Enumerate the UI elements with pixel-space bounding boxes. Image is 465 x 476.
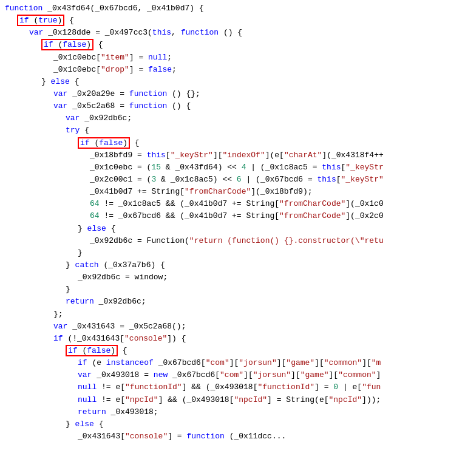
line-text: _0x1c0ebc["item"] = null; xyxy=(53,52,172,64)
code-line-1: function _0x43fd64(_0x67bcd6, _0x41b0d7)… xyxy=(0,2,465,15)
line-text: if (true) { xyxy=(17,15,74,27)
code-line-24: } xyxy=(0,284,465,296)
line-text: var _0x5c2a68 = function () { xyxy=(53,100,191,112)
line-text: } else { xyxy=(78,223,115,235)
code-line-11: try { xyxy=(0,124,465,137)
line-text: 64 != _0x1c8ac5 && (_0x41b0d7 += String[… xyxy=(90,198,384,210)
line-text: 64 != _0x67bcd6 && (_0x41b0d7 += String[… xyxy=(90,210,384,222)
line-text: var _0x20a29e = function () {}; xyxy=(53,88,200,100)
line-text: _0x1c0ebc["drop"] = false; xyxy=(53,64,177,76)
code-line-8: var _0x20a29e = function () {}; xyxy=(0,88,465,100)
code-line-35: } else { xyxy=(0,418,465,430)
code-line-23: _0x92db6c = window; xyxy=(0,271,465,284)
line-text: _0x2c00c1 = (3 & _0x1c8ac5) << 6 | (_0x6… xyxy=(90,174,384,186)
code-line-20: _0x92db6c = Function("return (function()… xyxy=(0,235,465,247)
line-text: } else { xyxy=(41,76,79,88)
line-text: _0x92db6c = window; xyxy=(78,271,168,284)
line-text: null != e["npcId"] && (_0x493018["npcId"… xyxy=(78,394,381,406)
code-line-17: 64 != _0x1c8ac5 && (_0x41b0d7 += String[… xyxy=(0,198,465,210)
code-line-15: _0x2c00c1 = (3 & _0x1c8ac5) << 6 | (_0x6… xyxy=(0,174,465,186)
code-line-34: return _0x493018; xyxy=(0,406,465,418)
line-text: null != e["functionId"] && (_0x493018["f… xyxy=(78,381,381,393)
code-line-4: if (false) { xyxy=(0,39,465,51)
line-text: if (!_0x431643["console"]) { xyxy=(53,333,186,345)
line-text: return _0x493018; xyxy=(78,406,158,418)
code-line-16: _0x41b0d7 += String["fromCharCode"](_0x1… xyxy=(0,186,465,198)
line-text: } xyxy=(66,284,70,296)
code-line-3: var _0x128dde = _0x497cc3(this, function… xyxy=(0,27,465,39)
line-text: _0x18bfd9 = this["_keyStr"]["indexOf"](e… xyxy=(90,149,384,162)
line-text: if (false) { xyxy=(78,137,140,149)
code-line-36: _0x431643["console"] = function (_0x11dc… xyxy=(0,430,465,443)
code-line-32: null != e["functionId"] && (_0x493018["f… xyxy=(0,381,465,393)
code-line-2: if (true) { xyxy=(0,15,465,27)
line-text: } xyxy=(78,247,83,259)
line-text: _0x431643["console"] = function (_0x11dc… xyxy=(78,430,286,443)
code-line-29: if (false) { xyxy=(0,345,465,357)
line-text: _0x92db6c = Function("return (function()… xyxy=(90,235,384,247)
line-text: } catch (_0x37a7b6) { xyxy=(66,259,165,271)
code-line-13: _0x18bfd9 = this["_keyStr"]["indexOf"](e… xyxy=(0,149,465,162)
line-text: if (e instanceof _0x67bcd6["com"]["jorsu… xyxy=(78,357,381,369)
code-line-30: if (e instanceof _0x67bcd6["com"]["jorsu… xyxy=(0,357,465,369)
code-line-21: } xyxy=(0,247,465,259)
code-line-9: var _0x5c2a68 = function () { xyxy=(0,100,465,112)
line-text: try { xyxy=(66,124,89,137)
line-text: var _0x431643 = _0x5c2a68(); xyxy=(53,321,186,333)
line-text: if (false) { xyxy=(41,39,103,51)
line-text: var _0x128dde = _0x497cc3(this, function… xyxy=(29,27,242,39)
code-line-14: _0x1c0ebc = (15 & _0x43fd64) << 4 | (_0x… xyxy=(0,162,465,174)
line-text: }; xyxy=(53,308,63,321)
code-line-18: 64 != _0x67bcd6 && (_0x41b0d7 += String[… xyxy=(0,210,465,222)
line-text: } else { xyxy=(66,418,103,430)
line-text: _0x1c0ebc = (15 & _0x43fd64) << 4 | (_0x… xyxy=(90,162,384,174)
code-line-19: } else { xyxy=(0,223,465,235)
code-line-25: return _0x92db6c; xyxy=(0,296,465,308)
code-line-6: _0x1c0ebc["drop"] = false; xyxy=(0,64,465,76)
code-line-10: var _0x92db6c; xyxy=(0,112,465,124)
code-line-27: var _0x431643 = _0x5c2a68(); xyxy=(0,321,465,333)
code-editor: function _0x43fd64(_0x67bcd6, _0x41b0d7)… xyxy=(0,0,465,476)
line-text: var _0x92db6c; xyxy=(66,112,132,124)
code-line-7: } else { xyxy=(0,76,465,88)
line-text: var _0x493018 = new _0x67bcd6["com"]["jo… xyxy=(78,369,381,381)
line-text: _0x41b0d7 += String["fromCharCode"](_0x1… xyxy=(90,186,313,198)
code-line-33: null != e["npcId"] && (_0x493018["npcId"… xyxy=(0,394,465,406)
line-text: return _0x92db6c; xyxy=(66,296,146,308)
line-text: if (false) { xyxy=(66,345,127,357)
code-line-26: }; xyxy=(0,308,465,321)
code-line-5: _0x1c0ebc["item"] = null; xyxy=(0,52,465,64)
code-line-22: } catch (_0x37a7b6) { xyxy=(0,259,465,271)
line-text: function _0x43fd64(_0x67bcd6, _0x41b0d7)… xyxy=(5,2,204,15)
code-line-12: if (false) { xyxy=(0,137,465,149)
code-line-28: if (!_0x431643["console"]) { xyxy=(0,333,465,345)
code-line-31: var _0x493018 = new _0x67bcd6["com"]["jo… xyxy=(0,369,465,381)
